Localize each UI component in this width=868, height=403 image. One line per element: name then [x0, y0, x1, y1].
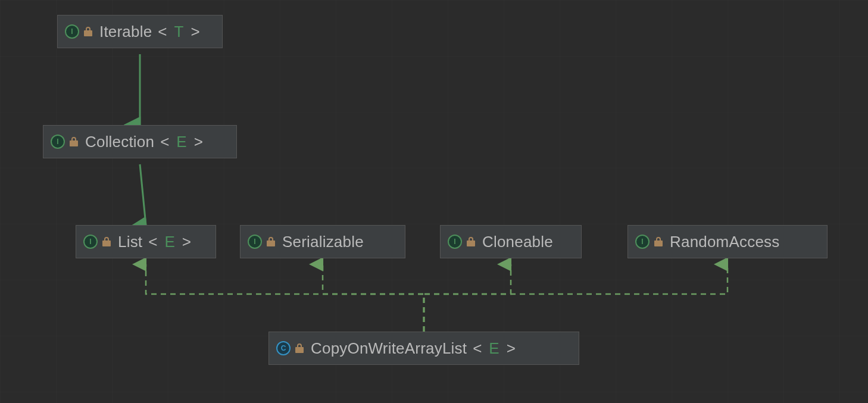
node-randomaccess[interactable]: IRandomAccess — [627, 225, 828, 258]
lock-icon — [70, 137, 78, 146]
class-icon: C — [276, 341, 291, 355]
node-list[interactable]: IList<E> — [76, 225, 216, 258]
lock-icon — [467, 237, 475, 246]
generic-param: E — [489, 339, 499, 358]
generic-open: < — [473, 339, 482, 358]
lock-icon — [102, 237, 111, 246]
generic-close: > — [194, 133, 203, 151]
type-name: List — [118, 233, 142, 251]
type-name: RandomAccess — [670, 233, 779, 251]
edge-list-to-collection — [140, 164, 146, 225]
lock-icon — [84, 27, 92, 36]
generic-open: < — [148, 233, 157, 251]
edge-cowarraylist-to-randomaccess — [424, 264, 728, 332]
lock-icon — [654, 237, 663, 246]
generic-close: > — [182, 233, 191, 251]
type-name: Serializable — [282, 233, 364, 251]
node-cloneable[interactable]: ICloneable — [440, 225, 582, 258]
interface-icon: I — [51, 135, 65, 149]
type-name: CopyOnWriteArrayList — [311, 339, 467, 358]
edge-cowarraylist-to-list — [146, 264, 424, 332]
generic-close: > — [507, 339, 516, 358]
type-name: Collection — [85, 133, 154, 151]
generic-param: T — [174, 23, 184, 41]
interface-icon: I — [65, 24, 79, 39]
interface-icon: I — [248, 235, 262, 249]
node-serializable[interactable]: ISerializable — [240, 225, 405, 258]
interface-icon: I — [635, 235, 650, 249]
edge-cowarraylist-to-serializable — [323, 264, 424, 332]
lock-icon — [295, 343, 304, 353]
generic-close: > — [191, 23, 199, 41]
node-collection[interactable]: ICollection<E> — [43, 125, 237, 158]
node-cowarraylist[interactable]: CCopyOnWriteArrayList<E> — [268, 332, 579, 365]
generic-param: E — [164, 233, 174, 251]
node-iterable[interactable]: IIterable<T> — [57, 15, 223, 48]
edge-cowarraylist-to-cloneable — [424, 264, 511, 332]
generic-open: < — [160, 133, 169, 151]
interface-icon: I — [83, 235, 98, 249]
type-name: Iterable — [99, 23, 152, 41]
generic-open: < — [158, 23, 167, 41]
lock-icon — [267, 237, 275, 246]
generic-param: E — [176, 133, 186, 151]
type-name: Cloneable — [482, 233, 553, 251]
interface-icon: I — [448, 235, 462, 249]
